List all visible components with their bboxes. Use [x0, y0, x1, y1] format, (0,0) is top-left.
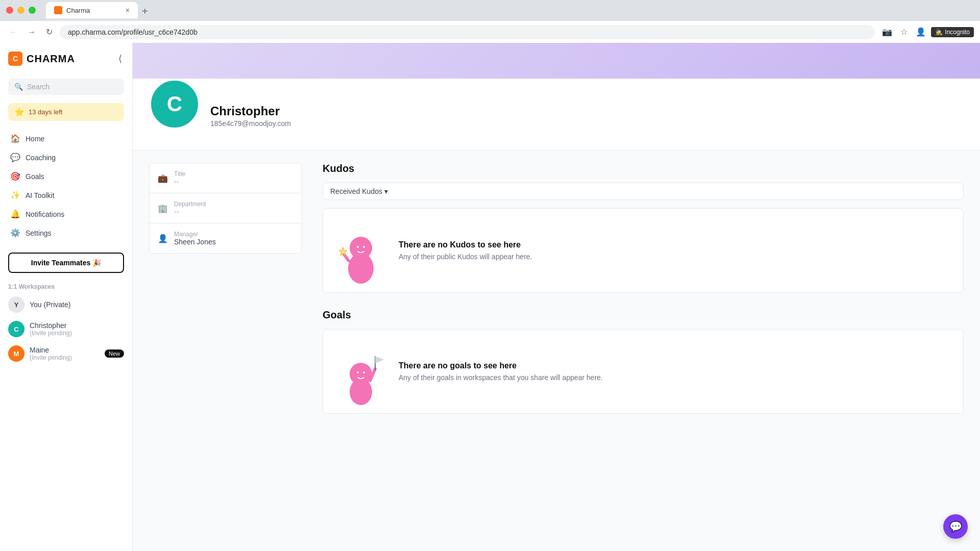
- sidebar-item-label-goals: Goals: [26, 172, 44, 181]
- workspace-item-private[interactable]: Y You (Private): [0, 292, 132, 317]
- workspace-sub-christopher: (Invite pending): [30, 330, 124, 337]
- app-container: C CHARMA ⟨ 🔍 Search ⭐ 13 days left 🏠 Hom…: [0, 43, 980, 551]
- browser-tab-active[interactable]: Charma ×: [46, 2, 138, 18]
- profile-fields-panel: 💼 Title -- 🏢 Department --: [149, 163, 302, 430]
- goals-illustration: [335, 346, 386, 397]
- svg-point-2: [357, 246, 359, 248]
- workspace-item-maine[interactable]: M Maine (Invite pending) New: [0, 341, 132, 366]
- browser-profile-btn[interactable]: 👤: [913, 25, 929, 39]
- home-icon: 🏠: [10, 134, 20, 143]
- sidebar-item-notifications[interactable]: 🔔 Notifications: [4, 205, 128, 223]
- incognito-icon: 🕵️: [935, 29, 943, 36]
- profile-name: Christopher: [210, 104, 291, 118]
- kudos-section: Kudos Received Kudos ▾: [323, 163, 964, 293]
- chat-button[interactable]: 💬: [943, 514, 968, 539]
- svg-point-7: [350, 363, 372, 385]
- svg-point-8: [357, 371, 359, 373]
- profile-field-department: 🏢 Department --: [150, 193, 302, 223]
- notifications-icon: 🔔: [10, 209, 20, 219]
- profile-name-section: Christopher 185e4c79@moodjoy.com: [210, 104, 291, 130]
- logo-icon: C: [8, 52, 22, 66]
- sidebar-item-settings[interactable]: ⚙️ Settings: [4, 223, 128, 242]
- goals-empty-content: There are no goals to see here Any of th…: [399, 361, 603, 382]
- kudos-empty-title: There are no Kudos to see here: [399, 240, 532, 249]
- browser-tabs: Charma × +: [40, 2, 158, 18]
- sidebar-item-label-notifications: Notifications: [26, 210, 64, 218]
- ai-toolkit-icon: ✨: [10, 190, 20, 200]
- title-field-value: --: [174, 178, 185, 186]
- browser-camera-btn[interactable]: 📷: [879, 25, 895, 39]
- svg-point-1: [350, 237, 372, 259]
- profile-top-section: C Christopher 185e4c79@moodjoy.com: [133, 79, 980, 151]
- sidebar-item-label-home: Home: [26, 135, 44, 143]
- profile-avatar: C: [149, 79, 200, 130]
- workspace-avatar-private: Y: [8, 296, 24, 313]
- goals-section: Goals: [323, 309, 964, 414]
- browser-toolbar-actions: 📷 ☆ 👤 🕵️ Incognito: [879, 25, 974, 39]
- kudos-section-title: Kudos: [323, 163, 964, 174]
- logo-text: CHARMA: [27, 53, 75, 65]
- manager-field-content: Manager Sheen Jones: [174, 231, 216, 246]
- profile-details-row: 💼 Title -- 🏢 Department --: [133, 151, 980, 442]
- workspaces-section-label: 1:1 Workspaces: [0, 279, 132, 292]
- browser-forward-btn[interactable]: →: [24, 26, 39, 39]
- workspace-info-christopher: Christopher (Invite pending): [30, 321, 124, 337]
- kudos-empty-state: There are no Kudos to see here Any of th…: [323, 208, 964, 293]
- profile-fields-list: 💼 Title -- 🏢 Department --: [149, 163, 302, 254]
- goals-empty-title: There are no goals to see here: [399, 361, 603, 370]
- profile-field-manager: 👤 Manager Sheen Jones: [150, 223, 302, 253]
- sidebar-item-home[interactable]: 🏠 Home: [4, 129, 128, 148]
- browser-minimize-btn[interactable]: [17, 7, 24, 14]
- browser-maximize-btn[interactable]: [29, 7, 36, 14]
- trial-icon: ⭐: [14, 107, 24, 117]
- browser-tab-close-btn[interactable]: ×: [126, 6, 130, 14]
- kudos-dropdown-icon: ▾: [384, 187, 388, 195]
- svg-marker-12: [375, 356, 384, 363]
- browser-refresh-btn[interactable]: ↻: [43, 25, 56, 39]
- browser-controls: [6, 7, 36, 14]
- trial-text: 13 days left: [29, 108, 63, 116]
- search-box[interactable]: 🔍 Search: [8, 79, 124, 95]
- kudos-dropdown-label: Received Kudos: [330, 187, 382, 195]
- kudos-empty-desc: Any of their public Kudos will appear he…: [399, 253, 532, 261]
- sidebar: C CHARMA ⟨ 🔍 Search ⭐ 13 days left 🏠 Hom…: [0, 43, 133, 551]
- browser-close-btn[interactable]: [6, 7, 13, 14]
- profile-field-title: 💼 Title --: [150, 163, 302, 193]
- workspace-badge-maine: New: [105, 349, 124, 358]
- workspace-info-maine: Maine (Invite pending): [30, 346, 100, 361]
- workspace-info-private: You (Private): [30, 300, 124, 309]
- department-field-content: Department --: [174, 201, 206, 216]
- incognito-badge: 🕵️ Incognito: [931, 27, 974, 37]
- workspace-name-private: You (Private): [30, 300, 124, 309]
- logo: C CHARMA: [8, 52, 75, 66]
- sidebar-item-ai-toolkit[interactable]: ✨ AI Toolkit: [4, 186, 128, 205]
- browser-back-btn[interactable]: ←: [6, 26, 20, 39]
- sidebar-collapse-btn[interactable]: ⟨: [116, 51, 124, 66]
- invite-teammates-button[interactable]: Invite Teammates 🎉: [8, 253, 124, 273]
- sidebar-nav: 🏠 Home 💬 Coaching 🎯 Goals ✨ AI Toolkit 🔔…: [0, 125, 132, 246]
- workspace-name-maine: Maine: [30, 346, 100, 354]
- svg-point-3: [363, 246, 365, 248]
- manager-field-label: Manager: [174, 231, 216, 238]
- svg-point-9: [363, 371, 365, 373]
- sidebar-header: C CHARMA ⟨: [0, 43, 132, 74]
- kudos-empty-content: There are no Kudos to see here Any of th…: [399, 240, 532, 261]
- workspace-item-christopher[interactable]: C Christopher (Invite pending): [0, 317, 132, 341]
- profile-email: 185e4c79@moodjoy.com: [210, 119, 291, 128]
- goals-icon: 🎯: [10, 171, 20, 181]
- goals-empty-state: There are no goals to see here Any of th…: [323, 329, 964, 414]
- sidebar-item-label-ai-toolkit: AI Toolkit: [26, 191, 55, 199]
- coaching-icon: 💬: [10, 153, 20, 162]
- sidebar-item-label-coaching: Coaching: [26, 154, 56, 162]
- browser-address-bar[interactable]: [60, 25, 875, 39]
- browser-new-tab-btn[interactable]: +: [138, 6, 152, 17]
- kudos-dropdown[interactable]: Received Kudos ▾: [323, 183, 964, 200]
- browser-tab-title: Charma: [66, 7, 121, 14]
- sidebar-item-goals[interactable]: 🎯 Goals: [4, 167, 128, 186]
- chat-icon: 💬: [949, 520, 962, 533]
- browser-bookmark-btn[interactable]: ☆: [897, 25, 911, 39]
- department-field-icon: 🏢: [158, 204, 168, 213]
- title-field-icon: 💼: [158, 173, 168, 183]
- incognito-label: Incognito: [945, 29, 970, 36]
- sidebar-item-coaching[interactable]: 💬 Coaching: [4, 148, 128, 167]
